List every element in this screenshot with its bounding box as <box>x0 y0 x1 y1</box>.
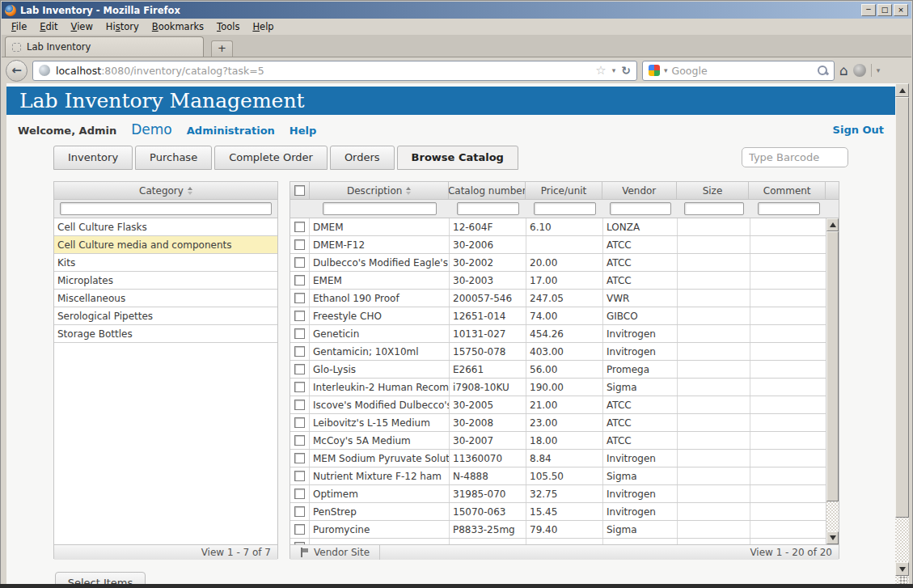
row-checkbox[interactable] <box>294 542 305 544</box>
nav-link-help[interactable]: Help <box>290 125 316 137</box>
window-scrollbar[interactable] <box>895 83 909 584</box>
category-row[interactable]: Storage Bottles <box>54 325 277 343</box>
category-column-header[interactable]: Category <box>54 182 277 199</box>
column-header-catalog-number[interactable]: Catalog number <box>449 182 526 199</box>
catalog-row[interactable]: Interleukin-2 Human Recombini7908-10KU19… <box>290 379 827 396</box>
column-header-price-unit[interactable]: Price/unit <box>526 182 602 199</box>
catalog-row[interactable]: EMEM30-200317.00ATCC <box>290 272 827 290</box>
reload-icon[interactable]: ↻ <box>621 65 631 76</box>
menu-edit[interactable]: Edit <box>33 19 64 34</box>
catalog-row[interactable]: Iscove's Modified Dulbecco's m30-200521.… <box>290 396 827 414</box>
row-checkbox[interactable] <box>294 400 305 410</box>
catalog-row[interactable]: PuromycineP8833-25mg79.40Sigma <box>290 521 827 539</box>
filter-input-price-unit[interactable] <box>534 202 597 215</box>
row-checkbox[interactable] <box>294 453 305 463</box>
catalog-row[interactable]: Geneticin10131-027454.26Invitrogen <box>290 325 827 343</box>
url-text[interactable]: localhost:8080/inventory/catalog?task=5 <box>56 65 590 77</box>
row-checkbox[interactable] <box>294 382 305 392</box>
browser-tab-lab-inventory[interactable]: Lab Inventory <box>5 36 204 57</box>
minimize-button[interactable]: ─ <box>861 4 876 16</box>
catalog-row[interactable]: PenStrep15070-06315.45Invitrogen <box>290 503 827 521</box>
row-checkbox[interactable] <box>294 328 305 339</box>
catalog-row[interactable]: Gentamicin; 10X10ml15750-078403.00Invitr… <box>290 343 827 361</box>
filter-input-description[interactable] <box>323 202 437 215</box>
catalog-row[interactable]: Freestyle CHO12651-01474.00GIBCO <box>290 307 827 325</box>
category-row[interactable]: Cell Culture media and components <box>54 236 277 254</box>
app-tab-orders[interactable]: Orders <box>330 146 395 170</box>
select-all-checkbox[interactable] <box>290 182 310 199</box>
scroll-down-icon[interactable] <box>826 531 839 544</box>
catalog-row[interactable] <box>290 539 827 544</box>
row-checkbox[interactable] <box>294 311 305 321</box>
catalog-scrollbar[interactable] <box>826 218 839 544</box>
search-magnifier-icon[interactable] <box>817 65 828 76</box>
addon-icon[interactable] <box>853 64 866 77</box>
catalog-row[interactable]: Leibovitz's L-15 Medium30-200823.00ATCC <box>290 414 827 432</box>
category-row[interactable]: Microplates <box>54 272 277 290</box>
catalog-row[interactable]: DMEM-F1230-2006ATCC <box>290 236 827 254</box>
row-checkbox[interactable] <box>294 489 305 499</box>
catalog-row[interactable]: MEM Sodium Pyruvate Solution113600708.84… <box>290 450 827 467</box>
row-checkbox[interactable] <box>294 275 305 286</box>
row-checkbox[interactable] <box>294 435 305 446</box>
sort-icon[interactable] <box>188 187 192 195</box>
catalog-row[interactable]: McCoy's 5A Medium30-200718.00ATCC <box>290 432 827 450</box>
catalog-row[interactable]: Nutrient Mixture F-12 hamN-4888105.50Sig… <box>290 467 827 485</box>
resize-grip[interactable] <box>899 576 907 584</box>
barcode-input[interactable] <box>742 147 848 167</box>
menu-bookmarks[interactable]: Bookmarks <box>146 19 210 34</box>
menu-help[interactable]: Help <box>246 19 280 34</box>
catalog-row[interactable]: Ethanol 190 Proof200057-546247.05VWR <box>290 290 827 307</box>
scrollbar-thumb[interactable] <box>826 231 839 501</box>
category-row[interactable]: Serological Pipettes <box>54 307 277 325</box>
menu-view[interactable]: View <box>65 19 99 34</box>
new-tab-button[interactable]: + <box>211 40 233 57</box>
column-header-size[interactable]: Size <box>677 182 750 199</box>
catalog-row[interactable]: Glo-LysisE266156.00Promega <box>290 361 827 379</box>
nav-link-demo[interactable]: Demo <box>131 121 172 137</box>
scroll-up-icon[interactable] <box>826 218 839 231</box>
filter-input-comment[interactable] <box>758 202 821 215</box>
row-checkbox[interactable] <box>294 346 305 357</box>
toolbar-dropdown-icon[interactable]: ▾ <box>877 67 881 74</box>
url-dropdown-icon[interactable]: ▾ <box>612 67 616 74</box>
row-checkbox[interactable] <box>294 239 305 250</box>
row-checkbox[interactable] <box>294 506 305 517</box>
category-row[interactable]: Cell Culture Flasks <box>54 218 277 236</box>
category-filter-input[interactable] <box>60 202 272 215</box>
back-button[interactable]: ← <box>6 60 27 82</box>
menu-file[interactable]: File <box>5 19 33 34</box>
bookmark-star-icon[interactable]: ☆ <box>595 65 606 77</box>
app-tab-complete-order[interactable]: Complete Order <box>214 146 328 170</box>
window-scrollbar-thumb[interactable] <box>895 97 909 518</box>
catalog-row[interactable]: Optimem31985-07032.75Invitrogen <box>290 485 827 503</box>
search-placeholder[interactable]: Google <box>672 65 813 77</box>
catalog-row[interactable]: Dulbecco's Modified Eagle's Me30-200220.… <box>290 254 827 272</box>
menu-tools[interactable]: Tools <box>210 19 246 34</box>
row-checkbox[interactable] <box>294 417 305 428</box>
filter-input-catalog-number[interactable] <box>457 202 520 215</box>
filter-input-vendor[interactable] <box>610 202 670 215</box>
close-button[interactable]: × <box>894 4 908 16</box>
site-identity-globe-icon[interactable] <box>39 65 50 76</box>
sort-icon[interactable] <box>406 187 411 195</box>
window-scroll-down-icon[interactable] <box>895 562 909 576</box>
app-tab-inventory[interactable]: Inventory <box>53 146 133 170</box>
sign-out-link[interactable]: Sign Out <box>833 124 884 136</box>
google-logo-icon[interactable] <box>649 65 660 76</box>
row-checkbox[interactable] <box>294 293 305 303</box>
search-engine-dropdown-icon[interactable]: ▾ <box>664 67 668 74</box>
column-header-description[interactable]: Description <box>310 182 449 199</box>
home-icon[interactable]: ⌂ <box>839 64 848 78</box>
row-checkbox[interactable] <box>294 364 305 374</box>
menu-history[interactable]: History <box>99 19 146 34</box>
app-tab-browse-catalog[interactable]: Browse Catalog <box>397 146 518 170</box>
row-checkbox[interactable] <box>294 524 305 535</box>
maximize-button[interactable]: □ <box>877 4 892 16</box>
category-row[interactable]: Miscellaneous <box>54 290 277 307</box>
select-items-button[interactable]: Select Items <box>55 572 146 584</box>
window-scroll-up-icon[interactable] <box>895 83 909 97</box>
catalog-row[interactable]: DMEM12-604F6.10LONZA <box>290 218 827 236</box>
app-tab-purchase[interactable]: Purchase <box>135 146 212 170</box>
column-header-vendor[interactable]: Vendor <box>602 182 677 199</box>
